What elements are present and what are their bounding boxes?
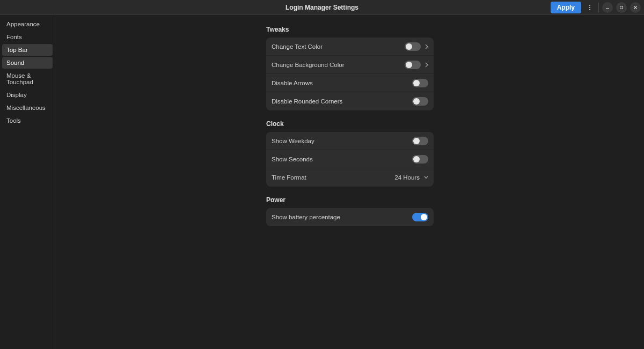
sidebar-item-display[interactable]: Display — [2, 89, 53, 101]
sidebar: Appearance Fonts Top Bar Sound Mouse & T… — [0, 15, 55, 349]
minimize-button[interactable] — [602, 2, 613, 13]
row-disable-rounded-corners: Disable Rounded Corners — [266, 92, 434, 110]
close-button[interactable] — [630, 2, 641, 13]
row-controls — [412, 155, 428, 164]
svg-point-2 — [589, 9, 590, 10]
divider — [598, 3, 599, 12]
svg-point-0 — [589, 4, 590, 5]
section-title-tweaks: Tweaks — [266, 26, 434, 33]
row-change-background-color[interactable]: Change Background Color — [266, 56, 434, 74]
settings-panel: Tweaks Change Text Color Change Backgrou… — [266, 26, 434, 226]
row-label: Disable Rounded Corners — [272, 98, 342, 105]
row-label: Disable Arrows — [272, 80, 313, 86]
titlebar-controls: Apply — [551, 2, 641, 13]
minimize-icon — [605, 5, 610, 10]
row-controls — [412, 213, 428, 221]
row-time-format[interactable]: Time Format 24 Hours — [266, 168, 434, 187]
row-controls — [412, 137, 428, 145]
sidebar-item-top-bar[interactable]: Top Bar — [2, 44, 53, 56]
switch-change-text-color[interactable] — [405, 42, 421, 51]
switch-show-weekday[interactable] — [412, 137, 428, 145]
row-controls — [412, 97, 428, 106]
row-change-text-color[interactable]: Change Text Color — [266, 38, 434, 56]
sidebar-item-mouse-touchpad[interactable]: Mouse & Touchpad — [2, 70, 53, 88]
row-show-seconds: Show Seconds — [266, 150, 434, 168]
kebab-icon — [587, 4, 593, 11]
row-controls — [405, 61, 428, 69]
section-title-power: Power — [266, 196, 434, 204]
chevron-right-icon — [425, 44, 428, 49]
group-power: Show battery percentage — [266, 208, 434, 226]
row-label: Time Format — [272, 174, 306, 181]
row-label: Show Weekday — [272, 138, 314, 144]
svg-rect-4 — [620, 6, 623, 9]
group-clock: Show Weekday Show Seconds Time Format 24… — [266, 132, 434, 187]
sidebar-item-tools[interactable]: Tools — [2, 115, 53, 127]
row-label: Change Background Color — [272, 62, 345, 68]
main-panel: Tweaks Change Text Color Change Backgrou… — [55, 15, 644, 349]
switch-show-battery-percentage[interactable] — [412, 213, 428, 221]
row-disable-arrows: Disable Arrows — [266, 74, 434, 92]
sidebar-item-sound[interactable]: Sound — [2, 57, 53, 69]
row-controls — [405, 42, 428, 51]
maximize-button[interactable] — [616, 2, 627, 13]
row-show-battery-percentage: Show battery percentage — [266, 208, 434, 226]
row-controls: 24 Hours — [394, 174, 428, 181]
dropdown-arrow-icon — [424, 176, 428, 179]
titlebar: Login Manager Settings Apply — [0, 0, 644, 15]
row-label: Show Seconds — [272, 156, 313, 162]
row-show-weekday: Show Weekday — [266, 132, 434, 150]
sidebar-item-miscellaneous[interactable]: Miscellaneous — [2, 102, 53, 114]
row-label: Change Text Color — [272, 43, 323, 50]
row-controls — [412, 79, 428, 87]
close-icon — [633, 5, 638, 10]
chevron-right-icon — [425, 62, 428, 68]
dropdown-value: 24 Hours — [394, 174, 420, 181]
svg-rect-3 — [606, 8, 609, 9]
switch-show-seconds[interactable] — [412, 155, 428, 164]
row-label: Show battery percentage — [272, 214, 340, 220]
window-title: Login Manager Settings — [286, 4, 358, 11]
group-tweaks: Change Text Color Change Background Colo… — [266, 38, 434, 110]
maximize-icon — [619, 5, 624, 10]
sidebar-item-appearance[interactable]: Appearance — [2, 18, 53, 30]
apply-button[interactable]: Apply — [551, 2, 581, 13]
svg-point-1 — [589, 6, 590, 8]
switch-disable-arrows[interactable] — [412, 79, 428, 87]
content: Appearance Fonts Top Bar Sound Mouse & T… — [0, 15, 644, 349]
switch-change-background-color[interactable] — [405, 61, 421, 69]
section-title-clock: Clock — [266, 120, 434, 128]
menu-button[interactable] — [584, 2, 595, 13]
sidebar-item-fonts[interactable]: Fonts — [2, 31, 53, 43]
switch-disable-rounded-corners[interactable] — [412, 97, 428, 106]
